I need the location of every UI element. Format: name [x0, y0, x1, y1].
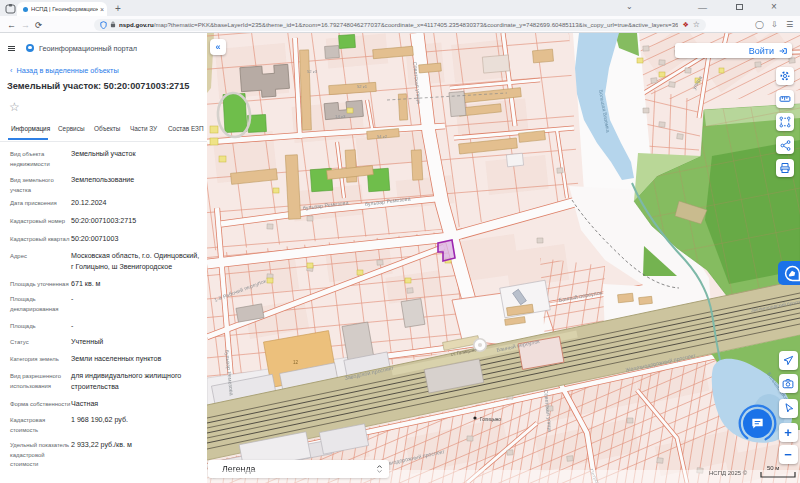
svg-text:14 к3: 14 к3 — [335, 114, 346, 119]
svg-text:Голицыно: Голицыно — [480, 417, 501, 422]
svg-text:12: 12 — [293, 360, 299, 365]
svg-text:54 к2: 54 к2 — [377, 134, 388, 139]
svg-text:52 к3: 52 к3 — [307, 69, 318, 74]
svg-text:52 к1: 52 к1 — [357, 84, 368, 89]
